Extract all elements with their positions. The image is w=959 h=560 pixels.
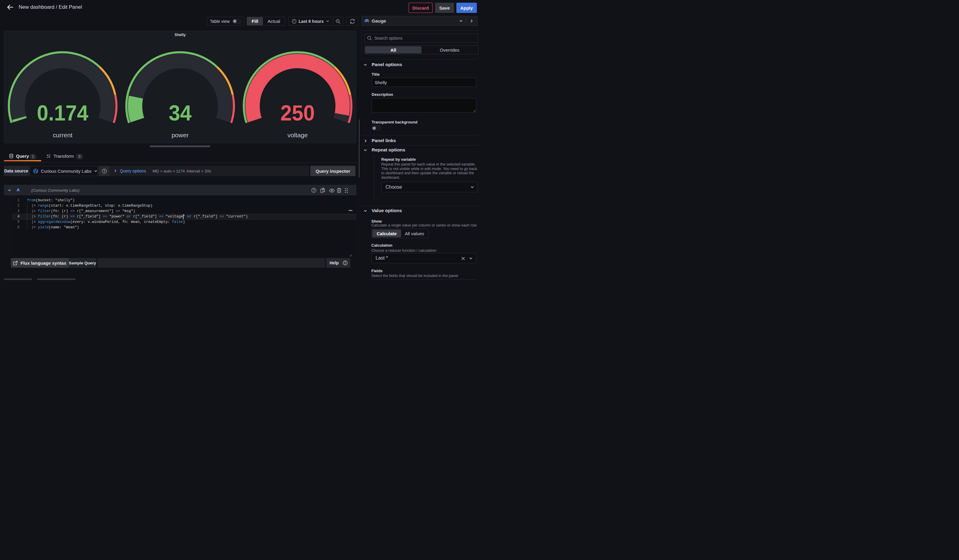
svg-text:79: 79 [366,21,368,22]
